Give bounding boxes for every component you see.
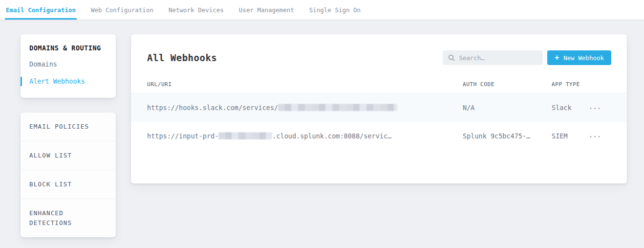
new-webhook-button[interactable]: + New Webhook [547, 50, 611, 65]
table-row: https://input-prd-.cloud.splunk.com:8088… [131, 122, 627, 150]
sidebar-item-enhanced-detections[interactable]: ENHANCED DETECTIONS [21, 199, 116, 237]
row-actions-cell: ••• [589, 132, 627, 140]
app-type-cell: SIEM [552, 132, 589, 140]
sidebar-item-alert-webhooks[interactable]: Alert Webhooks [21, 77, 116, 86]
header-actions: + New Webhook [443, 50, 611, 65]
column-header-app-type: APP TYPE [552, 81, 589, 88]
webhook-url-prefix: https://hooks.slack.com/services/ [147, 104, 278, 112]
auth-code-cell: Splunk 9c5bc475-… [463, 132, 552, 140]
tab-network-devices[interactable]: Network Devices [168, 0, 225, 20]
sidebar-item-domains[interactable]: Domains [21, 60, 116, 69]
row-menu-icon[interactable]: ••• [589, 106, 602, 111]
search-icon [448, 54, 455, 61]
sidebar: DOMAINS & ROUTING Domains Alert Webhooks… [21, 34, 116, 237]
panel-header: All Webhooks + New Webhook [131, 34, 627, 76]
tab-web-configuration[interactable]: Web Configuration [90, 0, 154, 20]
plus-icon: + [555, 54, 559, 62]
row-menu-icon[interactable]: ••• [589, 134, 602, 139]
webhook-url-suffix: .cloud.splunk.com:8088/servic… [272, 132, 391, 140]
webhook-url-cell: https://hooks.slack.com/services/ [147, 104, 463, 112]
new-webhook-button-label: New Webhook [563, 54, 604, 62]
page-content: DOMAINS & ROUTING Domains Alert Webhooks… [0, 20, 644, 237]
webhooks-panel: All Webhooks + New Webhook URL/URI AUTH … [131, 34, 627, 183]
redacted-url-segment [218, 132, 272, 139]
tab-user-management[interactable]: User Management [238, 0, 295, 20]
table-header: URL/URI AUTH CODE APP TYPE [131, 76, 627, 93]
sidebar-item-block-list[interactable]: BLOCK LIST [21, 170, 116, 199]
tab-email-configuration[interactable]: Email Configuration [5, 0, 77, 20]
redacted-url-segment [278, 104, 397, 111]
auth-code-cell: N/A [463, 104, 552, 112]
column-header-url-uri: URL/URI [147, 81, 463, 88]
top-navbar: Email Configuration Web Configuration Ne… [0, 0, 644, 20]
row-actions-cell: ••• [589, 104, 627, 112]
tab-single-sign-on[interactable]: Single Sign On [308, 0, 362, 20]
column-header-auth-code: AUTH CODE [463, 81, 552, 88]
search-input[interactable] [459, 54, 537, 62]
domains-routing-card: DOMAINS & ROUTING Domains Alert Webhooks [21, 34, 116, 98]
search-box[interactable] [443, 50, 543, 65]
sidebar-sections-card: EMAIL POLICIES ALLOW LIST BLOCK LIST ENH… [21, 113, 116, 237]
app-type-cell: Slack [552, 104, 589, 112]
sidebar-item-allow-list[interactable]: ALLOW LIST [21, 141, 116, 170]
sidebar-item-email-policies[interactable]: EMAIL POLICIES [21, 113, 116, 141]
webhook-url-cell: https://input-prd-.cloud.splunk.com:8088… [147, 132, 463, 140]
webhook-url-prefix: https://input-prd- [147, 132, 218, 140]
page-title: All Webhooks [147, 52, 217, 63]
domains-routing-title: DOMAINS & ROUTING [21, 44, 116, 52]
table-row: https://hooks.slack.com/services/ N/A Sl… [131, 93, 627, 122]
